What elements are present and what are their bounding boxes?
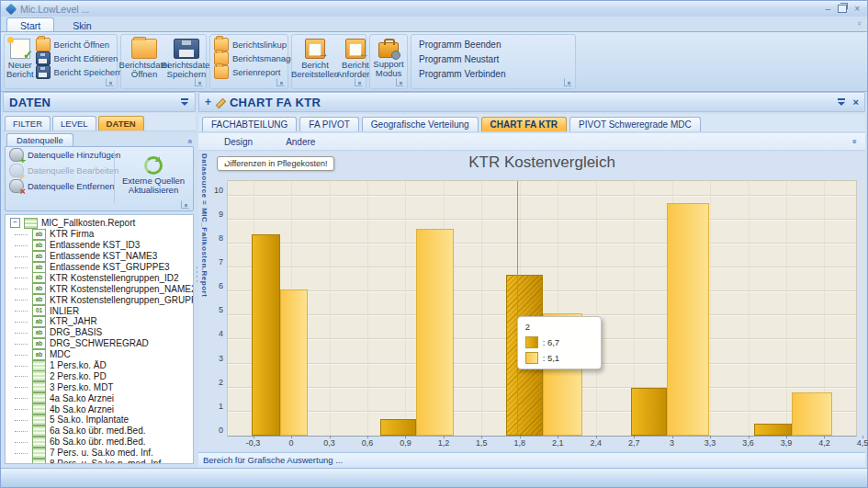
x-axis-tick-label: 4,5 xyxy=(857,438,868,448)
bar-light-category-0[interactable] xyxy=(280,289,308,436)
tab-pivot-schweregrade-mdc[interactable]: PIVOT Schweregrade MDC xyxy=(569,117,701,131)
tab-datenquelle[interactable]: Datenquelle xyxy=(6,133,73,146)
tree-item[interactable]: 5 Sa.ko. Implantate xyxy=(6,414,193,426)
tree-item[interactable]: 6a Sa.ko übr. med.Bed. xyxy=(6,426,193,437)
dialog-launcher-icon[interactable] xyxy=(181,200,189,209)
toolbar-tab-andere[interactable]: Andere xyxy=(286,137,315,147)
dialog-launcher-icon[interactable] xyxy=(396,78,404,86)
ribbon-tab-bar: StartSkin» xyxy=(1,17,867,31)
ribbon-group: Support Modus xyxy=(369,34,408,89)
button-label: Bericht Editieren xyxy=(54,53,118,63)
close-panel-icon[interactable]: × xyxy=(853,97,859,107)
programm-neustart-button[interactable]: Programm Neustart xyxy=(415,52,506,67)
tree-root[interactable]: −MIC_Fallkosten.Report xyxy=(6,218,193,229)
chart-status-strip: Bereich für Grafische Auswertung ... xyxy=(198,452,865,468)
ribbon-tab-skin[interactable]: Skin xyxy=(60,18,104,32)
tree-item[interactable]: 1 Pers.ko. ÄD xyxy=(6,360,193,371)
tab-daten[interactable]: DATEN xyxy=(98,116,144,131)
tree-item[interactable]: 3 Pers.ko. MDT xyxy=(6,381,193,392)
tree-item[interactable]: 4a Sa.ko Arznei xyxy=(6,392,193,403)
gridline-horizontal xyxy=(228,267,856,267)
tree-item-label: DRG_SCHWEREGRAD xyxy=(50,338,149,348)
toolbar-tab-design[interactable]: Design xyxy=(224,137,253,147)
tree-item[interactable]: abDRG_SCHWEREGRAD xyxy=(6,338,193,349)
bar-dark-category-0[interactable] xyxy=(252,234,279,437)
tab-chart-fa-ktr[interactable]: CHART FA KTR xyxy=(481,117,568,131)
serienreport-button[interactable]: Serienreport xyxy=(214,65,299,79)
pin-menu-icon[interactable] xyxy=(837,98,846,107)
bar-dark-category-3[interactable] xyxy=(631,388,667,436)
dialog-launcher-icon[interactable] xyxy=(195,78,203,86)
bar-dark-category-1[interactable] xyxy=(380,419,416,436)
tree-item[interactable]: abKTR Kostenstellengruppen_NAME2 xyxy=(6,283,193,294)
dialog-launcher-icon[interactable] xyxy=(106,78,114,86)
collapse-down-icon[interactable]: « xyxy=(849,139,858,143)
add-sheet-icon[interactable]: + xyxy=(205,96,211,108)
tree-item-label: 1 Pers.ko. ÄD xyxy=(50,360,107,370)
ribbon-collapse-icon[interactable]: » xyxy=(854,21,862,25)
tree-item[interactable]: 8 Pers. u. Sa.ko n. med. Inf. xyxy=(6,459,193,464)
expand-collapse-icon[interactable]: − xyxy=(10,218,20,228)
tree-item[interactable]: abKTR Kostenstellengruppen_ID2 xyxy=(6,272,193,283)
tree-item[interactable]: abMDC xyxy=(6,349,193,360)
berichtsmanager-button[interactable]: Berichtsmanager xyxy=(214,51,299,65)
externe-quellen-aktualisieren-button[interactable]: Externe Quellen Aktualisieren xyxy=(118,150,189,201)
tree-item[interactable]: abKTR Kostenstellengruppen_GRUPPE2 xyxy=(6,294,193,305)
support-modus-button[interactable]: Support Modus xyxy=(372,37,405,79)
x-axis-tick-label: -0,3 xyxy=(246,438,261,448)
save-as-icon xyxy=(36,65,51,79)
pin-menu-icon[interactable] xyxy=(180,98,189,107)
programm-verbinden-button[interactable]: Programm Verbinden xyxy=(415,67,506,82)
bericht-bereitstellen-button[interactable]: Bericht Bereitstellen xyxy=(294,37,336,79)
chart-panel-header: + CHART FA KTR × xyxy=(198,92,865,112)
tree-item[interactable]: 01INLIER xyxy=(6,305,193,316)
dialog-launcher-icon[interactable] xyxy=(276,78,285,86)
berichtsdatei-speichern-button[interactable]: Berichtsdatei Speichern xyxy=(165,37,208,79)
berichtsdatei-öffnen-button[interactable]: Berichtsdatei Öffnen xyxy=(123,37,165,79)
numeric-field-icon xyxy=(32,437,46,448)
bar-light-category-4[interactable] xyxy=(792,392,832,436)
dialog-launcher-icon[interactable] xyxy=(355,78,363,86)
tab-level[interactable]: LEVEL xyxy=(52,116,96,131)
tree-item[interactable]: abKTR_JAHR xyxy=(6,316,193,327)
y-axis-tick-label: 9 xyxy=(199,210,223,219)
minimize-button[interactable]: – xyxy=(826,5,831,14)
tab-geografische-verteilung[interactable]: Geografische Verteilung xyxy=(362,117,479,131)
tree-item[interactable]: abKTR Firma xyxy=(6,229,193,240)
tree-item[interactable]: abDRG_BASIS xyxy=(6,327,193,338)
dialog-launcher-icon[interactable] xyxy=(564,78,572,86)
x-axis-tick-label: 0,9 xyxy=(400,438,411,448)
numeric-field-icon xyxy=(32,403,46,414)
collapse-up-icon[interactable]: « xyxy=(185,139,194,143)
bar-light-category-1[interactable] xyxy=(416,229,454,436)
x-axis-tick-label: 2,4 xyxy=(590,438,602,448)
data-field-tree: −MIC_Fallkosten.ReportabKTR FirmaabEntla… xyxy=(5,214,194,464)
tree-item[interactable]: 2 Pers.ko. PD xyxy=(6,370,193,381)
ribbon-tab-start[interactable]: Start xyxy=(6,17,54,32)
close-button[interactable]: × xyxy=(854,5,860,14)
bar-light-category-3[interactable] xyxy=(667,203,709,436)
edit-sheet-icon[interactable] xyxy=(215,97,225,108)
restore-button[interactable] xyxy=(838,5,847,13)
title-bar: Mic.LowLevel ... – × xyxy=(1,1,867,17)
berichtslinkup-button[interactable]: Berichtslinkup xyxy=(214,38,299,51)
database-edit-icon xyxy=(9,164,24,177)
button-label: Datenquelle Entfernen xyxy=(28,181,115,191)
tree-item[interactable]: abEntlassende KST_GRUPPE3 xyxy=(6,262,193,273)
tree-item[interactable]: abEntlassende KST_NAME3 xyxy=(6,251,193,262)
tree-item[interactable]: 6b Sa.ko übr. med.Bed. xyxy=(6,437,193,448)
tab-fa-pivot[interactable]: FA PIVOT xyxy=(299,117,358,131)
programm-beenden-button[interactable]: Programm Beenden xyxy=(415,38,506,52)
tree-item[interactable]: 7 Pers. u. Sa.ko med. Inf. xyxy=(6,448,193,459)
neuer-bericht-button[interactable]: Neuer Bericht xyxy=(6,37,34,79)
text-field-icon: ab xyxy=(32,316,46,327)
numeric-field-icon xyxy=(32,459,46,464)
x-axis-tick-label: 1,5 xyxy=(476,438,488,448)
chart-panel: + CHART FA KTR × FACHABTEILUNGFA PIVOTGe… xyxy=(198,92,865,468)
tree-item[interactable]: 4b Sa.ko Arznei xyxy=(6,403,193,414)
x-axis-tick-label: 0,3 xyxy=(323,438,335,448)
tab-fachabteilung[interactable]: FACHABTEILUNG xyxy=(202,117,297,131)
tree-item[interactable]: abEntlassende KST_ID3 xyxy=(6,240,193,251)
bar-dark-category-4[interactable] xyxy=(754,424,791,436)
tab-filter[interactable]: FILTER xyxy=(5,116,51,131)
